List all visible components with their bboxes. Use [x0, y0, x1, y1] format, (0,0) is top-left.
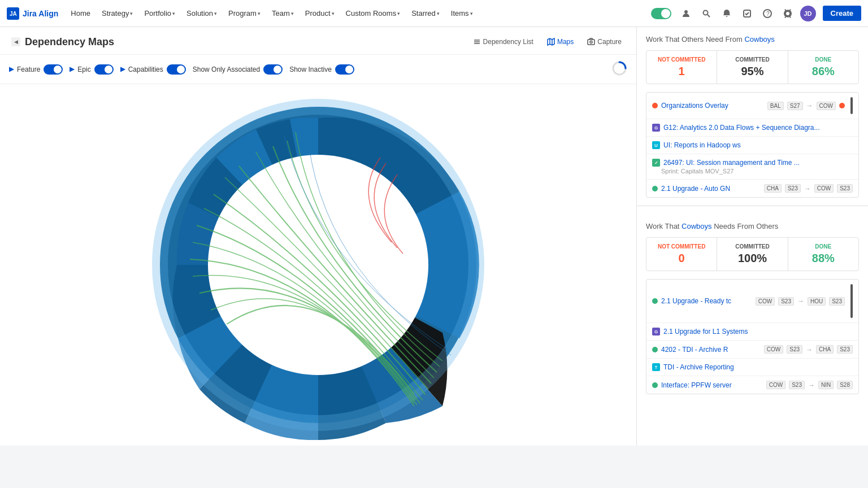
filter-show-associated: Show Only Associated — [193, 64, 283, 75]
section2-team-link[interactable]: Cowboys — [682, 222, 711, 230]
question-icon[interactable]: ? — [760, 6, 775, 21]
nav-toggle[interactable] — [651, 8, 671, 19]
top-nav: JA Jira Align Home Strategy ▾ Portfolio … — [0, 0, 868, 27]
dep-item-title[interactable]: 2.1 Upgrade - Auto GN — [661, 185, 761, 193]
dep-item-title[interactable]: 26497: UI: Session management and Time .… — [663, 159, 853, 167]
chevron-down-icon: ▾ — [332, 11, 335, 16]
filter-bar: ▶ Feature ▶ Epic ▶ Capabilities Show Onl… — [0, 55, 636, 84]
feature-toggle[interactable] — [44, 64, 63, 75]
nav-strategy[interactable]: Strategy ▾ — [97, 7, 137, 20]
epic-toggle[interactable] — [94, 64, 114, 75]
nav-team[interactable]: Team ▾ — [267, 7, 298, 20]
nav-icon-group: ? JD — [678, 6, 816, 21]
svg-point-15 — [590, 41, 592, 43]
logo-icon: JA — [7, 7, 19, 20]
user-icon[interactable] — [678, 6, 694, 21]
status-dot-red — [839, 103, 845, 108]
to-sprint: S23 — [837, 345, 853, 354]
chord-diagram[interactable]: Asset Services EMEA Mobile Web AI Charge… — [143, 90, 493, 440]
svg-marker-11 — [548, 38, 554, 45]
filter-arrow-icon: ▶ — [120, 66, 125, 73]
list-icon — [473, 38, 481, 46]
nav-portfolio[interactable]: Portfolio ▾ — [140, 7, 180, 20]
to-badge: HOU — [808, 297, 826, 306]
dep-subtitle: Sprint: Capitals MOV_S27 — [661, 168, 853, 175]
app-logo[interactable]: JA Jira Align — [7, 7, 58, 20]
chevron-down-icon: ▾ — [437, 11, 440, 16]
chevron-down-icon: ▾ — [214, 11, 217, 16]
scrollbar-handle — [850, 284, 853, 318]
maps-button[interactable]: Maps — [541, 35, 579, 49]
panel-divider — [637, 206, 868, 206]
chevron-down-icon: ▾ — [291, 11, 294, 16]
svg-line-4 — [708, 15, 710, 17]
dep-item-title[interactable]: 2.1 Upgrade for L1 Systems — [663, 328, 853, 336]
capture-button[interactable]: Capture — [581, 35, 627, 49]
stat-committed-1: COMMITTED 95% — [717, 51, 788, 84]
section1-team-link[interactable]: Cowboys — [744, 35, 774, 43]
avatar[interactable]: JD — [800, 6, 816, 21]
show-associated-toggle[interactable] — [263, 64, 283, 75]
sidebar-collapse-button[interactable]: ◀ — [11, 37, 20, 46]
capture-icon — [587, 38, 595, 46]
dep-item-title[interactable]: Interface: PPFW server — [661, 381, 763, 389]
status-dot-red — [652, 103, 658, 108]
section1-title: Work That Others Need From Cowboys — [646, 35, 859, 43]
nav-solution[interactable]: Solution ▾ — [182, 7, 222, 20]
dep-item-title[interactable]: TDI - Archive Reporting — [663, 363, 853, 371]
section1-dep-list: Organizations Overlay BAL S27 → COW G G1… — [646, 92, 859, 198]
right-panel: Work That Others Need From Cowboys NOT C… — [636, 27, 868, 446]
map-icon — [547, 38, 555, 46]
section1-stats: NOT COMMITTED 1 COMMITTED 95% DONE 86% — [646, 50, 859, 84]
chevron-down-icon: ▾ — [470, 11, 473, 16]
arrow-icon: → — [808, 381, 815, 389]
dep-item-title[interactable]: G12: Analytics 2.0 Data Flows + Sequence… — [663, 124, 853, 132]
dep-item-title[interactable]: UI: Reports in Hadoop ws — [663, 141, 853, 149]
to-badge: COW — [814, 184, 834, 193]
nav-product[interactable]: Product ▾ — [301, 7, 339, 20]
from-badge: COW — [764, 345, 783, 354]
left-panel: ◀ Dependency Maps Dependency List Maps C… — [0, 27, 636, 446]
dependency-list-button[interactable]: Dependency List — [467, 35, 539, 49]
section2-dep-list: 2.1 Upgrade - Ready tc COW S23 → HOU S23… — [646, 279, 859, 394]
settings-icon[interactable] — [780, 6, 796, 21]
to-sprint: S28 — [837, 381, 853, 389]
section2-stats: NOT COMMITTED 0 COMMITTED 100% DONE 88% — [646, 237, 859, 271]
dep-item-title[interactable]: 2.1 Upgrade - Ready tc — [661, 297, 752, 305]
dep-item-title[interactable]: 4202 - TDI - Archive R — [661, 346, 761, 354]
search-icon[interactable] — [698, 6, 714, 21]
filter-show-inactive: Show Inactive — [289, 64, 354, 75]
capabilities-toggle[interactable] — [167, 64, 186, 75]
list-item: 2.1 Upgrade - Auto GN CHA S23 → COW S23 — [646, 180, 858, 197]
show-inactive-toggle[interactable] — [335, 64, 354, 75]
from-badge: BAL — [767, 102, 784, 110]
page-header: ◀ Dependency Maps Dependency List Maps C… — [0, 27, 636, 55]
nav-starred[interactable]: Starred ▾ — [407, 7, 444, 20]
stat-not-committed-1: NOT COMMITTED 1 — [646, 51, 717, 84]
from-badge: CHA — [764, 184, 782, 193]
from-sprint: S23 — [778, 297, 794, 306]
loading-spinner — [611, 60, 627, 78]
filter-feature: ▶ Feature — [9, 64, 63, 75]
bell-icon[interactable] — [719, 6, 735, 21]
chord-diagram-container[interactable]: Asset Services EMEA Mobile Web AI Charge… — [0, 84, 636, 446]
nav-program[interactable]: Program ▾ — [224, 7, 265, 20]
nav-items[interactable]: Items ▾ — [446, 7, 478, 20]
to-sprint: S23 — [829, 297, 845, 306]
status-dot-green — [652, 186, 658, 191]
list-item: 2.1 Upgrade - Ready tc COW S23 → HOU S23 — [646, 280, 858, 323]
svg-rect-14 — [588, 40, 594, 45]
dep-item-title[interactable]: Organizations Overlay — [661, 102, 764, 110]
chevron-down-icon: ▾ — [172, 11, 175, 16]
nav-home[interactable]: Home — [66, 7, 95, 20]
app-name: Jira Align — [23, 9, 58, 18]
from-sprint: S27 — [787, 102, 803, 110]
svg-point-3 — [703, 10, 708, 15]
list-item: G 2.1 Upgrade for L1 Systems — [646, 323, 858, 341]
from-sprint: S23 — [787, 345, 802, 354]
filter-arrow-icon: ▶ — [9, 66, 14, 73]
icon-small-purple: G — [652, 328, 660, 336]
checkbox-icon[interactable] — [739, 6, 755, 21]
create-button[interactable]: Create — [823, 6, 861, 21]
nav-custom-rooms[interactable]: Custom Rooms ▾ — [341, 7, 405, 20]
